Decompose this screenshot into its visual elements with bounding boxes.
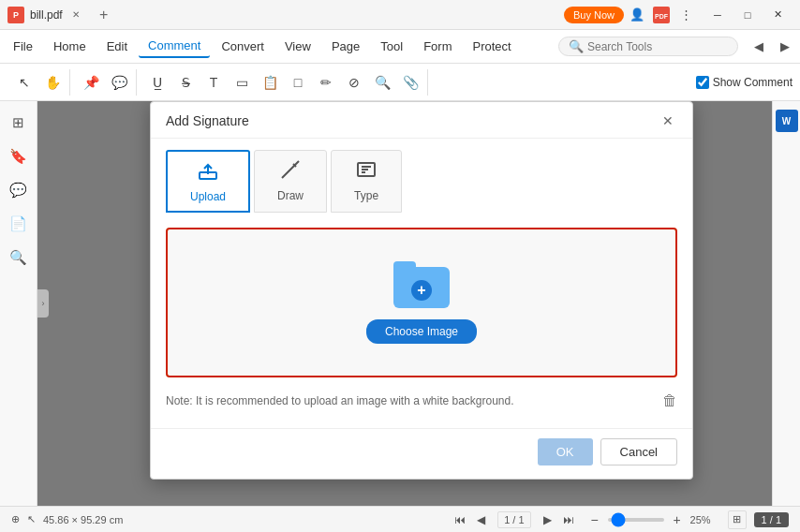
buy-now-button[interactable]: Buy Now bbox=[564, 7, 624, 23]
word-icon: W bbox=[776, 110, 798, 132]
title-icons: 👤 PDF ⋮ bbox=[628, 6, 695, 24]
search-tools-box[interactable]: 🔍 bbox=[558, 37, 738, 56]
cursor-icon: ⊕ bbox=[11, 513, 20, 525]
title-bar-right: Buy Now 👤 PDF ⋮ ─ □ ✕ bbox=[564, 0, 793, 30]
type-tab-label: Type bbox=[354, 189, 378, 202]
tab-draw[interactable]: Draw bbox=[254, 150, 327, 213]
toolbar: ↖ ✋ 📌 💬 U̲ S̶ T ▭ 📋 □ ✏ ⊘ 🔍 📎 Show Comme… bbox=[0, 64, 800, 101]
menu-convert[interactable]: Convert bbox=[212, 36, 274, 57]
menu-home[interactable]: Home bbox=[44, 36, 96, 57]
status-bar-right: ⏮ ◀ 1 / 1 ▶ ⏭ − + 25% ⊞ 1 / 1 bbox=[451, 510, 789, 529]
menu-view[interactable]: View bbox=[275, 36, 320, 57]
app-icon: P bbox=[7, 7, 24, 23]
menu-bar: File Home Edit Comment Convert View Page… bbox=[0, 30, 800, 64]
menu-edit[interactable]: Edit bbox=[97, 36, 137, 57]
page-badge: 1 / 1 bbox=[754, 512, 789, 527]
toolbar-group-3: U̲ S̶ T ▭ 📋 □ ✏ ⊘ 🔍 📎 bbox=[141, 69, 428, 96]
menu-comment[interactable]: Comment bbox=[139, 35, 210, 58]
sidebar-bookmark-btn[interactable]: 🔖 bbox=[5, 142, 33, 170]
more-options-icon[interactable]: ⋮ bbox=[676, 6, 695, 24]
tab-close-btn[interactable]: ✕ bbox=[68, 7, 83, 22]
search-icon: 🔍 bbox=[569, 39, 584, 53]
dialog-header: Add Signature ✕ bbox=[151, 102, 692, 139]
menu-tool[interactable]: Tool bbox=[371, 36, 412, 57]
tool-stamp[interactable]: 🔍 bbox=[369, 69, 395, 96]
sidebar-search-btn[interactable]: 🔍 bbox=[5, 244, 33, 272]
tool-callout[interactable]: 📋 bbox=[257, 69, 283, 96]
sidebar-attach-btn[interactable]: 📄 bbox=[5, 210, 33, 238]
minimize-button[interactable]: ─ bbox=[703, 0, 733, 30]
menu-page[interactable]: Page bbox=[322, 36, 369, 57]
show-comment-area: Show Comment bbox=[696, 76, 793, 89]
nav-back-icon[interactable]: ◀ bbox=[748, 36, 770, 58]
window-controls: ─ □ ✕ bbox=[703, 0, 793, 30]
tool-cursor[interactable]: ↖ bbox=[11, 69, 37, 96]
left-sidebar: ⊞ 🔖 💬 📄 🔍 bbox=[0, 101, 37, 506]
title-bar: P bill.pdf ✕ + Buy Now 👤 PDF ⋮ ─ □ ✕ bbox=[0, 0, 800, 30]
tool-eraser[interactable]: ⊘ bbox=[341, 69, 367, 96]
tool-text-box[interactable]: ▭ bbox=[229, 69, 255, 96]
tool-pencil[interactable]: ✏ bbox=[313, 69, 339, 96]
menu-protect[interactable]: Protect bbox=[463, 36, 520, 57]
first-page-btn[interactable]: ⏮ bbox=[451, 510, 469, 529]
close-button[interactable]: ✕ bbox=[763, 0, 793, 30]
trash-icon[interactable]: 🗑 bbox=[662, 392, 677, 409]
tool-shapes[interactable]: □ bbox=[285, 69, 311, 96]
zoom-out-btn[interactable]: − bbox=[585, 510, 604, 529]
main-layout: ⊞ 🔖 💬 📄 🔍 › Wine Breather Carafe $59.95 … bbox=[0, 101, 800, 506]
sidebar-pages-btn[interactable]: ⊞ bbox=[5, 109, 33, 137]
prev-page-btn[interactable]: ◀ bbox=[471, 510, 490, 529]
nav-icons: ◀ ▶ bbox=[748, 36, 796, 58]
ok-button[interactable]: OK bbox=[538, 438, 593, 466]
draw-tab-icon bbox=[279, 158, 302, 185]
tab-type[interactable]: Type bbox=[331, 150, 402, 213]
tool-sticky[interactable]: 📌 bbox=[78, 69, 104, 96]
zoom-slider[interactable] bbox=[608, 518, 664, 522]
type-tab-icon bbox=[355, 158, 378, 185]
maximize-button[interactable]: □ bbox=[733, 0, 763, 30]
last-page-btn[interactable]: ⏭ bbox=[559, 510, 578, 529]
add-signature-dialog: Add Signature ✕ Upload bbox=[150, 101, 693, 480]
file-title: bill.pdf bbox=[30, 8, 63, 22]
tool-underline[interactable]: U̲ bbox=[144, 69, 170, 96]
tool-strikethrough[interactable]: S̶ bbox=[172, 69, 199, 96]
upload-tab-label: Upload bbox=[190, 190, 226, 203]
tool-text-comment[interactable]: 💬 bbox=[106, 69, 132, 96]
nav-forward-icon[interactable]: ▶ bbox=[774, 36, 796, 58]
fit-page-btn[interactable]: ⊞ bbox=[728, 510, 747, 529]
choose-image-box: + Choose Image bbox=[366, 261, 477, 344]
word-export-btn[interactable]: W bbox=[775, 109, 799, 133]
next-page-btn[interactable]: ▶ bbox=[539, 510, 557, 529]
account-icon[interactable]: 👤 bbox=[628, 6, 646, 24]
sidebar-comment-btn[interactable]: 💬 bbox=[5, 176, 33, 204]
choose-image-button[interactable]: Choose Image bbox=[366, 319, 477, 344]
tool-attach[interactable]: 📎 bbox=[397, 69, 423, 96]
menu-form[interactable]: Form bbox=[414, 36, 461, 57]
dialog-tabs: Upload Draw bbox=[151, 139, 692, 213]
show-comment-label: Show Comment bbox=[713, 76, 793, 89]
note-text: Note: It is recommended to upload an ima… bbox=[166, 394, 514, 407]
dialog-overlay: Add Signature ✕ Upload bbox=[37, 101, 772, 506]
upload-tab-icon bbox=[197, 159, 219, 186]
toolbar-group-1: ↖ ✋ bbox=[7, 69, 70, 96]
zoom-in-btn[interactable]: + bbox=[668, 510, 687, 529]
page-nav-buttons: ⏮ ◀ bbox=[451, 510, 490, 529]
tab-upload[interactable]: Upload bbox=[166, 150, 250, 213]
cancel-button[interactable]: Cancel bbox=[600, 438, 677, 466]
folder-plus-icon: + bbox=[411, 280, 432, 301]
new-tab-btn[interactable]: + bbox=[93, 4, 115, 26]
zoom-controls: − + 25% bbox=[585, 510, 720, 529]
status-bar: ⊕ ↖ 45.86 × 95.29 cm ⏮ ◀ 1 / 1 ▶ ⏭ − + 2… bbox=[0, 506, 800, 532]
menu-file[interactable]: File bbox=[4, 36, 42, 57]
tool-highlight[interactable]: T bbox=[200, 69, 227, 96]
folder-icon: + bbox=[393, 261, 450, 308]
note-area: Note: It is recommended to upload an ima… bbox=[166, 389, 677, 413]
show-comment-checkbox[interactable] bbox=[696, 76, 709, 89]
dialog-close-button[interactable]: ✕ bbox=[659, 111, 677, 130]
tool-hand[interactable]: ✋ bbox=[39, 69, 66, 96]
title-bar-left: P bill.pdf ✕ + bbox=[7, 4, 564, 26]
pdf-area: Wine Breather Carafe $59.95 KIVA DINING … bbox=[37, 101, 772, 506]
zoom-level-text: 25% bbox=[690, 514, 720, 525]
upload-area[interactable]: + Choose Image bbox=[166, 228, 677, 377]
search-input[interactable] bbox=[587, 40, 728, 53]
